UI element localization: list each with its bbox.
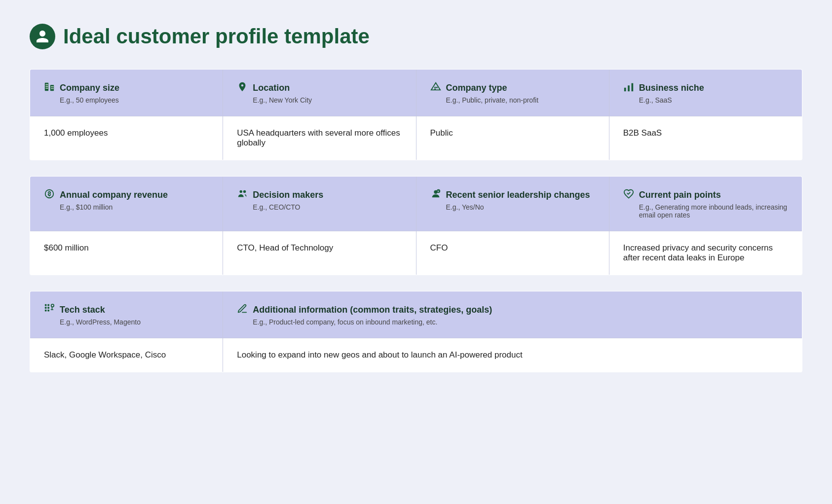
svg-rect-24 [47,304,49,306]
svg-rect-12 [434,87,436,88]
annual-revenue-sub: E.g., $100 million [44,203,209,211]
company-size-title: Company size [44,81,209,94]
location-label: Location [253,83,290,93]
page-header: Ideal customer profile template [30,24,802,49]
business-niche-label: Business niche [639,83,704,93]
company-type-sub: E.g., Public, private, non-profit [430,96,595,104]
svg-rect-9 [52,86,53,87]
svg-point-20 [243,190,246,193]
location-sub: E.g., New York City [237,96,402,104]
svg-rect-2 [46,84,47,85]
table-2: Annual company revenue E.g., $100 millio… [30,176,802,275]
table-3-header-row: Tech stack E.g., WordPress, Magento Addi… [30,291,802,338]
table-1: Company size E.g., 50 employees Location… [30,69,802,160]
pain-points-header-cell: Current pain points E.g., Generating mor… [609,177,802,231]
annual-revenue-value: $600 million [30,231,223,275]
decision-makers-sub: E.g., CEO/CTO [237,203,402,211]
senior-leadership-title: Recent senior leadership changes [430,188,595,201]
company-type-value: Public [416,116,609,160]
decision-makers-value: CTO, Head of Technology [223,231,416,275]
business-niche-sub: E.g., SaaS [623,96,788,104]
annual-revenue-header-cell: Annual company revenue E.g., $100 millio… [30,177,223,231]
location-icon [237,81,248,94]
additional-info-header-cell: Additional information (common traits, s… [223,291,802,338]
annual-revenue-label: Annual company revenue [60,190,168,200]
company-size-sub: E.g., 50 employees [44,96,209,104]
svg-rect-16 [628,85,630,91]
svg-rect-5 [47,84,48,85]
svg-rect-15 [624,88,626,91]
decision-makers-icon [237,188,248,201]
table-2-header-row: Annual company revenue E.g., $100 millio… [30,177,802,231]
svg-rect-14 [434,89,436,90]
senior-leadership-sub: E.g., Yes/No [430,203,595,211]
table-3: Tech stack E.g., WordPress, Magento Addi… [30,291,802,372]
tech-stack-icon [44,303,55,316]
tech-stack-value: Slack, Google Workspace, Cisco [30,338,223,372]
senior-leadership-label: Recent senior leadership changes [446,190,590,200]
svg-rect-11 [52,88,53,89]
person-icon [30,24,55,49]
svg-point-19 [240,190,243,193]
svg-rect-28 [47,310,49,312]
svg-rect-25 [45,307,47,309]
pain-points-sub: E.g., Generating more inbound leads, inc… [623,203,788,219]
tech-stack-title: Tech stack [44,303,209,316]
table-2-data-row: $600 million CTO, Head of Technology CFO… [30,231,802,275]
svg-rect-26 [47,307,49,309]
pain-points-value: Increased privacy and security concerns … [609,231,802,275]
tech-stack-sub: E.g., WordPress, Magento [44,318,209,326]
additional-info-label: Additional information (common traits, s… [253,305,492,315]
pain-points-label: Current pain points [639,190,721,200]
additional-info-title: Additional information (common traits, s… [237,303,788,316]
svg-rect-8 [51,86,52,87]
svg-rect-1 [50,85,54,91]
svg-rect-23 [45,304,47,306]
svg-rect-10 [51,88,52,89]
business-niche-value: B2B SaaS [609,116,802,160]
senior-leadership-value: CFO [416,231,609,275]
svg-rect-17 [631,83,633,92]
company-size-header-cell: Company size E.g., 50 employees [30,70,223,116]
page-title: Ideal customer profile template [63,25,370,48]
decision-makers-header-cell: Decision makers E.g., CEO/CTO [223,177,416,231]
senior-leadership-icon [430,188,441,201]
revenue-icon [44,188,55,201]
svg-rect-27 [45,310,47,312]
company-type-title: Company type [430,81,595,94]
business-niche-header-cell: Business niche E.g., SaaS [609,70,802,116]
location-header-cell: Location E.g., New York City [223,70,416,116]
svg-rect-3 [46,86,47,87]
location-title: Location [237,81,402,94]
company-size-value: 1,000 employees [30,116,223,160]
decision-makers-label: Decision makers [253,190,323,200]
company-type-icon [430,81,441,94]
additional-info-icon [237,303,248,316]
additional-info-sub: E.g., Product-led company, focus on inbo… [237,318,788,326]
svg-rect-13 [436,87,437,88]
svg-rect-7 [47,88,48,89]
table-1-header-row: Company size E.g., 50 employees Location… [30,70,802,116]
tech-stack-header-cell: Tech stack E.g., WordPress, Magento [30,291,223,338]
svg-rect-6 [47,86,48,87]
location-value: USA headquarters with several more offic… [223,116,416,160]
additional-info-value: Looking to expand into new geos and abou… [223,338,802,372]
company-size-label: Company size [60,83,119,93]
building-icon [44,81,55,94]
tech-stack-label: Tech stack [60,305,105,315]
table-3-data-row: Slack, Google Workspace, Cisco Looking t… [30,338,802,372]
company-type-label: Company type [446,83,507,93]
decision-makers-title: Decision makers [237,188,402,201]
annual-revenue-title: Annual company revenue [44,188,209,201]
pain-points-icon [623,188,634,201]
pain-points-title: Current pain points [623,188,788,201]
senior-leadership-header-cell: Recent senior leadership changes E.g., Y… [416,177,609,231]
business-niche-title: Business niche [623,81,788,94]
business-niche-icon [623,81,634,94]
svg-rect-4 [46,88,47,89]
table-1-data-row: 1,000 employees USA headquarters with se… [30,116,802,160]
company-type-header-cell: Company type E.g., Public, private, non-… [416,70,609,116]
